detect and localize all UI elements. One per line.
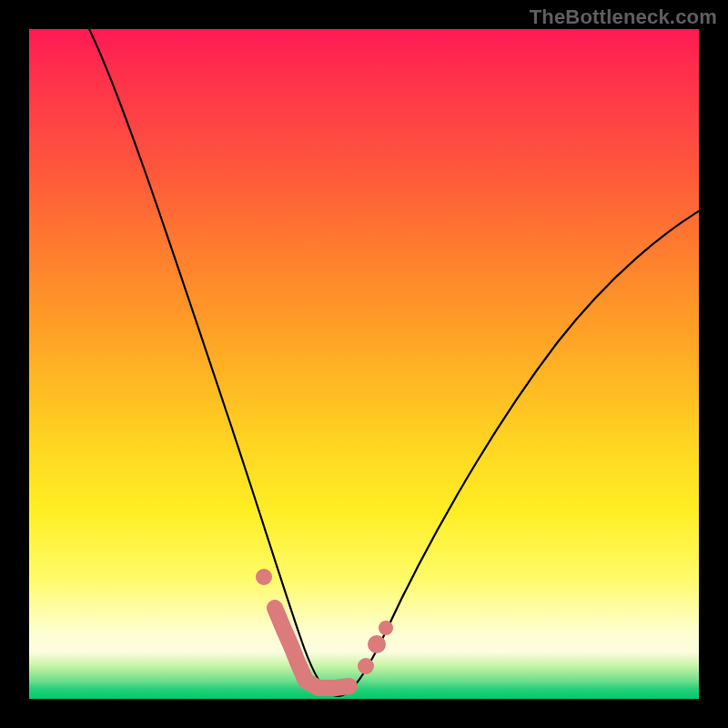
highlight-dot-right-2 bbox=[368, 635, 386, 653]
highlight-dot-right-1 bbox=[358, 658, 374, 674]
highlight-squiggle bbox=[275, 608, 349, 688]
plot-area bbox=[29, 29, 699, 699]
highlight-group bbox=[256, 569, 393, 688]
highlight-dot-left bbox=[256, 569, 272, 585]
chart-canvas: TheBottleneck.com bbox=[0, 0, 728, 728]
chart-svg bbox=[29, 29, 699, 699]
bottleneck-curve bbox=[89, 29, 699, 696]
watermark-text: TheBottleneck.com bbox=[530, 5, 717, 29]
highlight-dot-right-3 bbox=[379, 621, 393, 635]
